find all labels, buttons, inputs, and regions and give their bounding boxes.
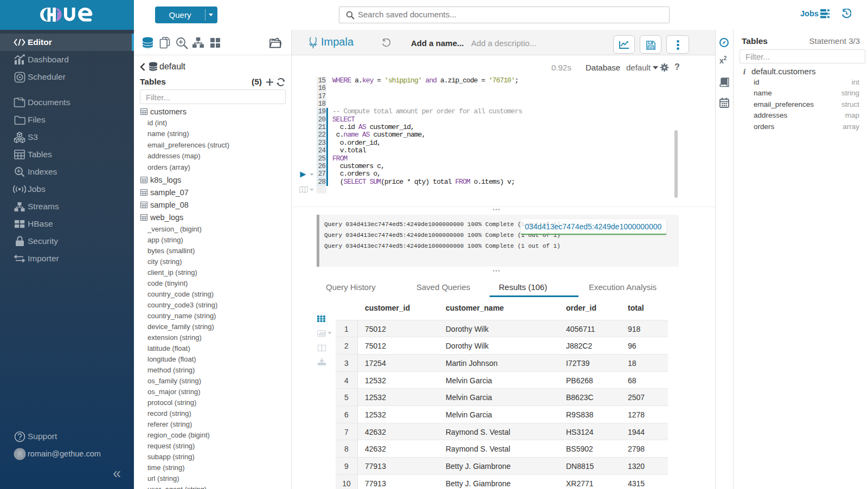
svg-text:R: R	[17, 451, 22, 458]
